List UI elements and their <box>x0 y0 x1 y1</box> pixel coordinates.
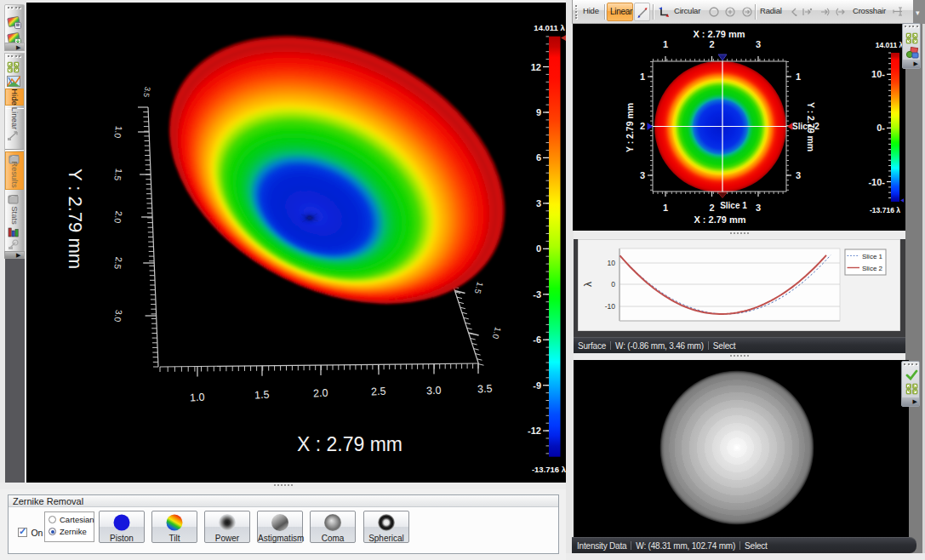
svg-text:Slice 1: Slice 1 <box>862 253 883 260</box>
svg-text:Y : 2.79 mm: Y : 2.79 mm <box>65 169 86 269</box>
svg-text:1: 1 <box>663 203 668 213</box>
svg-text:3.5: 3.5 <box>477 383 493 396</box>
svg-text:-6: -6 <box>533 334 541 345</box>
svg-text:1: 1 <box>663 39 668 49</box>
svg-text:1.0: 1.0 <box>491 326 503 340</box>
svg-text:Slice 1: Slice 1 <box>720 201 747 210</box>
svg-text:-13.716 λ: -13.716 λ <box>870 206 900 214</box>
svg-text:3: 3 <box>796 170 801 180</box>
svg-text:2: 2 <box>640 121 645 131</box>
svg-text:1.0: 1.0 <box>190 391 205 404</box>
svg-text:-10-: -10- <box>868 177 885 187</box>
svg-text:3: 3 <box>756 203 761 213</box>
svg-text:X : 2.79 mm: X : 2.79 mm <box>694 214 745 225</box>
svg-text:2.0: 2.0 <box>313 387 328 400</box>
svg-text:1: 1 <box>640 71 645 82</box>
svg-text:2.5: 2.5 <box>112 256 124 270</box>
svg-text:Slice 2: Slice 2 <box>862 265 883 272</box>
svg-text:3: 3 <box>640 170 645 180</box>
svg-text:9: 9 <box>536 107 541 117</box>
svg-text:3: 3 <box>756 39 761 49</box>
svg-text:X : 2.79 mm: X : 2.79 mm <box>297 433 403 455</box>
svg-text:Y : 2.79 mm: Y : 2.79 mm <box>625 103 635 152</box>
svg-text:-12: -12 <box>528 426 541 436</box>
svg-text:Slice 2: Slice 2 <box>792 122 819 131</box>
svg-text:1.5: 1.5 <box>473 281 485 295</box>
svg-text:1.0: 1.0 <box>112 125 124 139</box>
svg-text:2.5: 2.5 <box>371 386 386 398</box>
svg-text:3.5: 3.5 <box>142 86 152 98</box>
svg-text:6: 6 <box>536 152 541 163</box>
svg-text:0: 0 <box>536 243 541 254</box>
svg-text:0: 0 <box>611 280 615 289</box>
svg-text:2: 2 <box>709 203 714 213</box>
svg-text:2: 2 <box>709 39 714 49</box>
svg-text:14.011 λ: 14.011 λ <box>534 23 565 32</box>
svg-text:2.0: 2.0 <box>112 210 124 224</box>
svg-text:3: 3 <box>536 198 541 209</box>
svg-text:1.5: 1.5 <box>112 168 124 181</box>
svg-text:14.011 λ: 14.011 λ <box>876 41 904 49</box>
svg-text:1.5: 1.5 <box>254 389 270 402</box>
svg-text:1: 1 <box>796 71 801 82</box>
svg-text:-9: -9 <box>533 380 541 391</box>
svg-text:X : 2.79 mm: X : 2.79 mm <box>693 29 745 39</box>
svg-text:12: 12 <box>531 62 541 72</box>
svg-text:λ: λ <box>582 282 594 287</box>
svg-text:3.0: 3.0 <box>112 309 124 323</box>
svg-text:0-: 0- <box>876 123 885 133</box>
svg-text:-10: -10 <box>605 302 616 311</box>
svg-text:-3: -3 <box>533 289 541 300</box>
svg-text:3.0: 3.0 <box>426 385 442 397</box>
svg-text:-13.716 λ: -13.716 λ <box>532 465 566 474</box>
svg-text:10: 10 <box>608 259 616 267</box>
svg-text:10-: 10- <box>871 69 885 79</box>
